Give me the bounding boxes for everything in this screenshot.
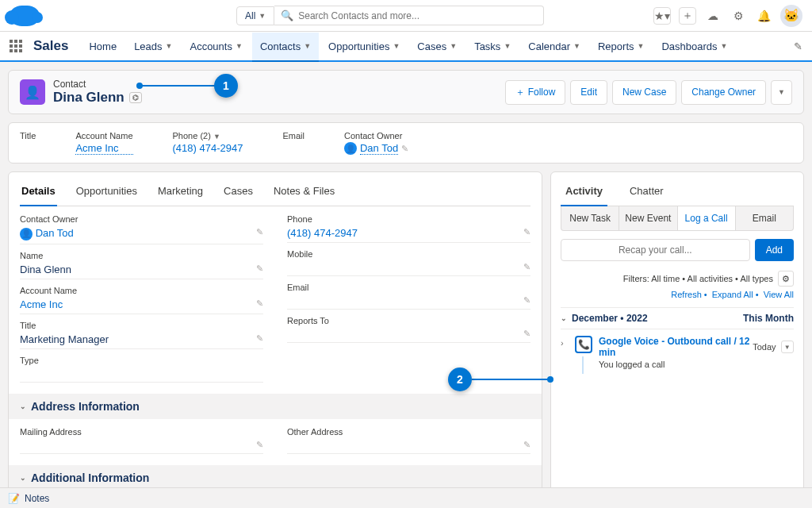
search-box[interactable]: 🔍	[274, 6, 544, 25]
subtab-log-call[interactable]: Log a Call	[678, 206, 736, 230]
mailing-label: Mailing Address	[20, 427, 263, 437]
user-avatar-icon: 👤	[344, 142, 357, 155]
nav-leads[interactable]: Leads▼	[126, 33, 180, 60]
type-value	[20, 367, 263, 383]
recap-input[interactable]	[561, 239, 750, 261]
pencil-icon[interactable]: ✎	[256, 440, 263, 450]
owner-label: Contact Owner	[20, 214, 263, 224]
phone-value: (418) 474-2947✎	[287, 225, 530, 243]
edit-button[interactable]: Edit	[570, 80, 607, 105]
expand-all-link[interactable]: Expand All	[712, 290, 753, 299]
pencil-icon[interactable]: ✎	[256, 333, 263, 344]
pencil-icon[interactable]: ✎	[523, 440, 530, 450]
chevron-down-icon: ▼	[213, 133, 220, 140]
pencil-icon[interactable]: ✎	[523, 329, 530, 339]
contact-icon: 👤	[20, 79, 45, 105]
hl-phone-link[interactable]: (418) 474-2947	[173, 142, 243, 154]
add-button[interactable]: Add	[755, 239, 794, 261]
subtab-email[interactable]: Email	[736, 206, 793, 230]
annotation-1-dot	[136, 83, 143, 89]
section-additional[interactable]: ⌄Additional Information	[9, 465, 542, 491]
tab-cases[interactable]: Cases	[222, 179, 255, 206]
annotation-1-line	[140, 85, 216, 87]
hl-email-label: Email	[282, 131, 304, 140]
tab-notes-files[interactable]: Notes & Files	[272, 179, 336, 206]
hl-account-label: Account Name	[75, 131, 132, 140]
timeline-month[interactable]: ⌄December • 2022	[561, 313, 743, 324]
cloud-icon[interactable]: ☁	[704, 7, 722, 25]
change-owner-icon[interactable]: ✎	[401, 144, 408, 154]
mobile-label: Mobile	[287, 249, 530, 259]
search-scope-label: All	[245, 10, 255, 21]
pencil-icon[interactable]: ✎	[523, 262, 530, 272]
chevron-down-icon: ⌄	[20, 474, 26, 482]
pencil-icon[interactable]: ✎	[256, 264, 263, 274]
hl-account-link[interactable]: Acme Inc	[75, 142, 132, 155]
timeline-item-menu[interactable]: ▼	[781, 341, 794, 353]
bell-icon[interactable]: 🔔	[755, 7, 772, 25]
tab-activity[interactable]: Activity	[561, 179, 607, 206]
record-type-label: Contact	[53, 79, 142, 90]
nav-tasks[interactable]: Tasks▼	[466, 33, 519, 60]
nav-calendar[interactable]: Calendar▼	[520, 33, 588, 60]
section-address[interactable]: ⌄Address Information	[9, 394, 542, 419]
subtab-new-task[interactable]: New Task	[561, 206, 619, 230]
nav-reports[interactable]: Reports▼	[590, 33, 652, 60]
tab-chatter[interactable]: Chatter	[625, 179, 668, 206]
search-scope-dropdown[interactable]: All ▼	[236, 6, 274, 25]
other-addr-value: ✎	[287, 438, 530, 454]
app-launcher-icon[interactable]	[10, 40, 24, 52]
search-input[interactable]	[298, 10, 537, 21]
tab-marketing[interactable]: Marketing	[156, 179, 205, 206]
gear-icon[interactable]: ⚙	[730, 7, 747, 25]
chevron-down-icon: ▼	[166, 42, 173, 50]
pencil-icon[interactable]: ✎	[256, 298, 263, 309]
pencil-icon[interactable]: ✎	[256, 227, 263, 237]
timeline-connector	[582, 356, 584, 374]
favorites-icon[interactable]: ★▾	[653, 7, 671, 25]
header-actions: ★▾ ＋ ☁ ⚙ 🔔 🐱	[653, 5, 802, 27]
type-label: Type	[20, 356, 263, 365]
global-search: All ▼ 🔍	[236, 6, 544, 25]
change-owner-button[interactable]: Change Owner	[681, 80, 766, 105]
nav-dashboards[interactable]: Dashboards▼	[653, 33, 735, 60]
email-label: Email	[287, 283, 530, 292]
expand-icon[interactable]: ›	[561, 338, 569, 369]
notes-label[interactable]: Notes	[25, 493, 49, 504]
notes-icon[interactable]: 📝	[8, 493, 20, 504]
nav-opportunities[interactable]: Opportunities▼	[320, 33, 408, 60]
call-icon: 📞	[575, 336, 592, 353]
add-icon[interactable]: ＋	[679, 7, 696, 25]
mobile-value: ✎	[287, 260, 530, 276]
more-actions-button[interactable]: ▼	[771, 80, 792, 105]
nav-cases[interactable]: Cases▼	[409, 33, 465, 60]
pencil-icon[interactable]: ✎	[523, 227, 530, 237]
annotation-2: 2	[448, 368, 472, 391]
app-nav: Sales Home Leads▼ Accounts▼ Contacts▼ Op…	[0, 32, 812, 62]
name-value: Dina Glenn✎	[20, 262, 263, 279]
chevron-down-icon: ▼	[504, 42, 511, 50]
nav-accounts[interactable]: Accounts▼	[182, 33, 250, 60]
user-avatar[interactable]: 🐱	[780, 5, 802, 27]
edit-nav-icon[interactable]: ✎	[794, 40, 802, 52]
timeline-item-title[interactable]: Google Voice - Outbound call / 12 min	[599, 336, 753, 358]
hl-owner-label: Contact Owner	[344, 131, 408, 140]
chevron-down-icon: ▼	[304, 42, 311, 50]
reports-label: Reports To	[287, 316, 530, 325]
tab-details[interactable]: Details	[20, 179, 57, 206]
filter-gear-icon[interactable]: ⚙	[778, 271, 794, 287]
annotation-2-dot	[547, 376, 553, 383]
hl-title-label: Title	[20, 131, 36, 140]
hierarchy-icon[interactable]: ⌬	[129, 92, 142, 103]
nav-contacts[interactable]: Contacts▼	[252, 33, 319, 62]
tab-opportunities[interactable]: Opportunities	[75, 179, 139, 206]
follow-button[interactable]: ＋Follow	[505, 80, 566, 105]
pencil-icon[interactable]: ✎	[523, 295, 530, 306]
name-label: Name	[20, 251, 263, 260]
subtab-new-event[interactable]: New Event	[619, 206, 677, 230]
view-all-link[interactable]: View All	[764, 290, 794, 299]
refresh-link[interactable]: Refresh	[671, 290, 702, 299]
nav-home[interactable]: Home	[81, 33, 124, 60]
hl-owner-link[interactable]: Dan Tod	[360, 142, 398, 155]
new-case-button[interactable]: New Case	[612, 80, 676, 105]
